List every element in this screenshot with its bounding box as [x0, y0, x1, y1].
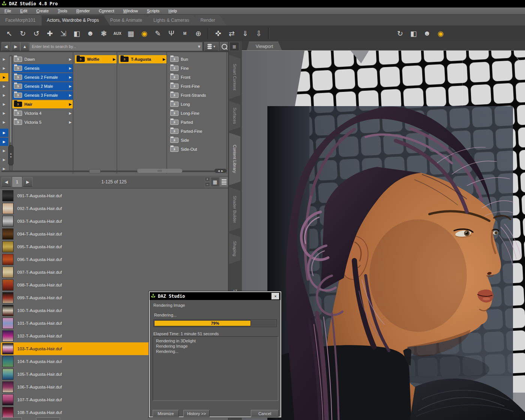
tree-item-fine[interactable]: SFine: [169, 64, 227, 72]
grid-view-button[interactable]: ▦: [211, 177, 219, 187]
tree-expand-arrow[interactable]: ▶: [0, 64, 8, 72]
side-tab-surfaces[interactable]: Surfaces: [229, 101, 240, 131]
menu-item-create[interactable]: Create: [32, 8, 53, 14]
tree-expand-arrow[interactable]: ▶: [0, 129, 8, 137]
cancel-button[interactable]: Cancel: [251, 410, 279, 417]
tree-item-victoria-4[interactable]: SVictoria 4▶: [12, 109, 73, 117]
up-level-button[interactable]: ▲: [20, 42, 29, 51]
tree-expand-arrow[interactable]: ▶: [0, 82, 8, 90]
viewport[interactable]: [242, 50, 525, 420]
tree-item-t-augusta[interactable]: ST-Augusta▶: [119, 55, 167, 63]
tree-item-genesis-2-male[interactable]: SGenesis 2 Male▶: [12, 82, 73, 90]
thumb-size-increase-button[interactable]: +: [205, 177, 210, 182]
translate-tool[interactable]: ✚: [44, 28, 56, 39]
tree-expand-arrow[interactable]: ▶: [0, 73, 8, 81]
side-tab-content-library[interactable]: Content Library: [229, 133, 240, 185]
surface-cursor-tool[interactable]: ◧: [408, 28, 419, 39]
save-pose-preset-button[interactable]: ⇩: [253, 28, 264, 39]
file-row-092-t-augusta-hair-duf[interactable]: 092-T-Augusta-Hair.duf: [1, 202, 227, 215]
powerpose-tool[interactable]: ❃: [98, 28, 110, 39]
tree-item-long-fine[interactable]: SLong-Fine: [169, 109, 227, 117]
render-tool[interactable]: ◉: [139, 28, 150, 39]
tree-expand-arrow[interactable]: ▶: [0, 118, 8, 126]
tree-item-genesis[interactable]: SGenesis▶: [12, 64, 73, 72]
tree-expand-arrow[interactable]: ▶: [0, 156, 8, 164]
tree-expand-arrow[interactable]: ▶: [0, 55, 8, 63]
bottom-partial-button[interactable]: [2, 417, 22, 420]
tree-hscroll-buttons[interactable]: ◀▶: [214, 169, 226, 173]
tree-expand-arrow[interactable]: ▶: [0, 109, 8, 117]
back-button[interactable]: ◀: [2, 42, 10, 51]
dialog-title-bar[interactable]: DAZ Studio ✕: [150, 292, 280, 300]
tree-item-genesis-3-female[interactable]: SGenesis 3 Female▶: [12, 91, 73, 99]
node-editor-tool[interactable]: ▦: [125, 28, 136, 39]
menu-item-connect[interactable]: Connect: [94, 8, 119, 14]
forward-button[interactable]: ▶: [11, 42, 20, 51]
tree-item-victoria-5[interactable]: SVictoria 5▶: [12, 118, 73, 126]
side-tab-shaping[interactable]: Shaping: [229, 233, 240, 264]
transfer-utility-button[interactable]: ⇄: [226, 28, 237, 39]
tree-item-front-fine[interactable]: SFront-Fine: [169, 82, 227, 90]
side-tab-shader-builder[interactable]: Shader Builder: [229, 187, 240, 231]
pane-options-icon[interactable]: ≣: [230, 42, 239, 51]
menu-item-edit[interactable]: Edit: [16, 8, 32, 14]
menu-item-help[interactable]: Help: [164, 8, 182, 14]
orbit-tool[interactable]: ↻: [17, 28, 28, 39]
workspace-tab-lights-cameras[interactable]: Lights & Cameras: [148, 15, 200, 26]
add-content-button[interactable]: ✜: [213, 28, 224, 39]
file-row-098-t-augusta-hair-duf[interactable]: 098-T-Augusta-Hair.duf: [1, 279, 227, 291]
search-input[interactable]: [29, 42, 202, 51]
tree-item-bun[interactable]: SBun: [169, 55, 227, 63]
orbit-cursor-tool[interactable]: ↻: [394, 28, 406, 39]
close-icon[interactable]: ✕: [272, 293, 279, 300]
tree-item-side[interactable]: SSide: [169, 136, 227, 144]
database-filter-button[interactable]: ▼: [204, 42, 219, 51]
tree-item-front-strands[interactable]: SFront-Strands: [169, 91, 227, 99]
tree-hscroll-thumb[interactable]: [137, 169, 182, 173]
rotate-tool[interactable]: ↺: [31, 28, 42, 39]
tree-expand-arrow[interactable]: ▶: [0, 100, 8, 108]
render-button[interactable]: ◉: [435, 28, 446, 39]
aux-viewport-toggle[interactable]: AUX: [112, 28, 123, 39]
figure-selection-tool[interactable]: ☻: [85, 28, 96, 39]
file-row-097-t-augusta-hair-duf[interactable]: 097-T-Augusta-Hair.duf: [1, 266, 227, 279]
tree-expand-arrow[interactable]: ▶: [0, 138, 8, 146]
tree-hscroll-track[interactable]: [2, 171, 225, 172]
file-row-093-t-augusta-hair-duf[interactable]: 093-T-Augusta-Hair.duf: [1, 215, 227, 228]
scale-tool[interactable]: ⇲: [58, 28, 69, 39]
tree-item-hair[interactable]: SHair▶: [12, 100, 73, 108]
style-brush-tool[interactable]: ✎: [152, 28, 164, 39]
tree-expand-arrow[interactable]: ▶: [0, 91, 8, 99]
surface-selection-tool[interactable]: ◧: [71, 28, 82, 39]
viewport-tab[interactable]: Viewport: [247, 42, 282, 51]
search-go-button[interactable]: [220, 42, 229, 51]
tree-item-long[interactable]: SLong: [169, 100, 227, 108]
history-button[interactable]: History >>: [183, 410, 210, 417]
workspace-tab-pose-animate[interactable]: Pose & Animate: [105, 15, 153, 26]
bottom-partial-button[interactable]: [36, 417, 60, 420]
node-selection-tool[interactable]: ↖: [4, 28, 15, 39]
tree-expand-arrow[interactable]: ▶: [0, 147, 8, 155]
workspace-tab-facemorph101[interactable]: FaceMorph101: [0, 15, 47, 26]
menu-item-scripts[interactable]: Scripts: [142, 8, 164, 14]
tree-item-parted[interactable]: SParted: [169, 118, 227, 126]
save-modified-assets-button[interactable]: ⇓: [240, 28, 251, 39]
search-dropdown-icon[interactable]: ▼: [196, 42, 202, 51]
file-row-094-t-augusta-hair-duf[interactable]: 094-T-Augusta-Hair.duf: [1, 228, 227, 240]
minimize-button[interactable]: Minimize: [153, 410, 179, 417]
tree-item-front[interactable]: SFront: [169, 73, 227, 81]
tree-item-dawn[interactable]: SDawn▶: [12, 55, 73, 63]
tree-item-parted-fine[interactable]: SParted-Fine: [169, 127, 227, 135]
workspace-tab-render[interactable]: Render: [195, 15, 226, 26]
tree-item-genesis-2-female[interactable]: SGenesis 2 Female▶: [12, 73, 73, 81]
pane-splitter-grip[interactable]: [89, 169, 100, 173]
file-row-095-t-augusta-hair-duf[interactable]: 095-T-Augusta-Hair.duf: [1, 240, 227, 253]
viewport-pan-tool[interactable]: ⊕: [193, 28, 204, 39]
file-row-091-t-augusta-hair-duf[interactable]: 091-T-Augusta-Hair.duf: [1, 189, 227, 202]
menu-item-window[interactable]: Window: [119, 8, 142, 14]
workspace-tab-actors-wardrobe-props[interactable]: Actors, Wardrobe & Props: [42, 15, 110, 26]
thumb-size-decrease-button[interactable]: −: [205, 182, 210, 187]
menu-item-tools[interactable]: Tools: [53, 8, 72, 14]
menu-item-file[interactable]: File: [0, 8, 16, 14]
menu-item-render[interactable]: Render: [72, 8, 94, 14]
